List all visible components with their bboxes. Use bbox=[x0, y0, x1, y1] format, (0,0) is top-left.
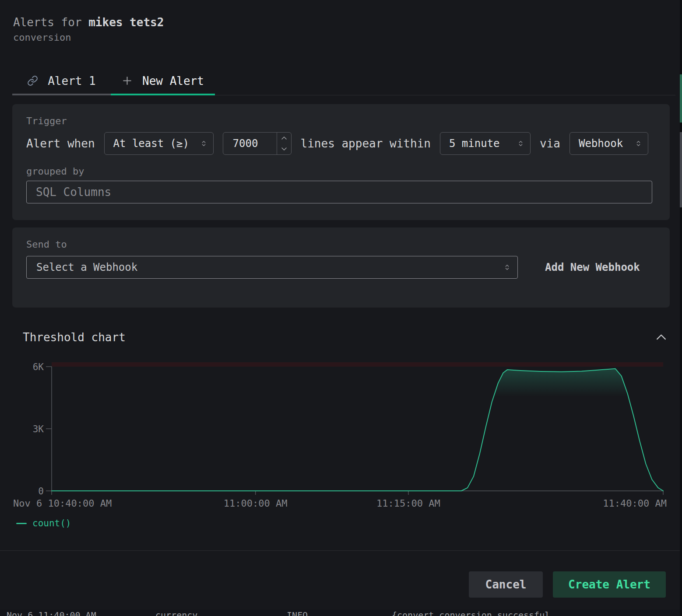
threshold-chart-title: Threshold chart bbox=[23, 331, 126, 344]
legend-label: count() bbox=[32, 518, 71, 528]
modal-header: Alerts for mikes tets2 conversion bbox=[13, 16, 164, 43]
channel-select[interactable]: Webhook bbox=[570, 132, 648, 155]
lines-appear-text: lines appear within bbox=[301, 137, 431, 150]
trigger-panel: Trigger Alert when At least (≥) 7000 bbox=[12, 104, 670, 220]
webhook-select-placeholder: Select a Webhook bbox=[36, 261, 137, 273]
tab-alert-1[interactable]: Alert 1 bbox=[12, 66, 111, 95]
page-title-prefix: Alerts for bbox=[13, 16, 88, 29]
threshold-number-input[interactable]: 7000 bbox=[223, 132, 292, 155]
via-text: via bbox=[540, 137, 560, 150]
collapse-chart-button[interactable] bbox=[655, 332, 667, 343]
grouped-by-label: grouped by bbox=[26, 166, 652, 177]
trigger-section-label: Trigger bbox=[26, 116, 652, 126]
footer-divider bbox=[0, 550, 680, 551]
threshold-stepper bbox=[277, 133, 291, 154]
trigger-row: Alert when At least (≥) 7000 line bbox=[26, 132, 652, 155]
svg-text:3K: 3K bbox=[33, 424, 44, 434]
log-row-message: {convert conversion successful bbox=[392, 610, 550, 616]
tab-alert-1-label: Alert 1 bbox=[48, 74, 96, 88]
group-by-input[interactable] bbox=[26, 181, 652, 203]
page-title: Alerts for mikes tets2 bbox=[13, 16, 164, 29]
chevron-updown-icon bbox=[503, 263, 511, 271]
svg-text:11:15:00 AM: 11:15:00 AM bbox=[376, 498, 440, 508]
background-log-row: Nov 6 11:40:00 AM currency INFO {convert… bbox=[0, 610, 680, 616]
send-to-row: Select a Webhook Add New Webhook bbox=[26, 256, 652, 279]
svg-text:0: 0 bbox=[38, 486, 44, 497]
threshold-chart-header: Threshold chart bbox=[23, 331, 667, 344]
page-scrollbar-thumb[interactable] bbox=[680, 132, 682, 207]
log-row-level: INFO bbox=[287, 610, 308, 616]
chevron-updown-icon bbox=[635, 140, 642, 147]
svg-text:Nov 6 10:40:00 AM: Nov 6 10:40:00 AM bbox=[13, 498, 112, 508]
svg-text:11:00:00 AM: 11:00:00 AM bbox=[224, 498, 288, 508]
add-new-webhook-button[interactable]: Add New Webhook bbox=[545, 261, 640, 273]
window-select[interactable]: 5 minute bbox=[440, 132, 531, 155]
window-select-value: 5 minute bbox=[449, 137, 500, 150]
stepper-down-button[interactable] bbox=[277, 144, 291, 154]
cancel-button[interactable]: Cancel bbox=[469, 571, 543, 598]
background-green-element bbox=[680, 74, 682, 122]
send-to-panel: Send to Select a Webhook Add New Webhook bbox=[12, 228, 670, 308]
plus-icon bbox=[122, 75, 133, 86]
svg-text:11:40:00 AM: 11:40:00 AM bbox=[603, 498, 667, 508]
page-subtitle: conversion bbox=[13, 32, 164, 43]
svg-text:6K: 6K bbox=[33, 362, 44, 372]
channel-select-value: Webhook bbox=[579, 137, 623, 150]
create-alert-button[interactable]: Create Alert bbox=[553, 571, 666, 598]
threshold-number-value: 7000 bbox=[223, 133, 277, 154]
alert-when-text: Alert when bbox=[26, 137, 95, 150]
log-row-attribute: currency bbox=[155, 610, 197, 616]
chart-legend: count() bbox=[16, 518, 71, 528]
condition-select[interactable]: At least (≥) bbox=[104, 132, 214, 155]
link-icon bbox=[27, 75, 38, 86]
threshold-chart-svg: 03K6KNov 6 10:40:00 AM11:00:00 AM11:15:0… bbox=[0, 354, 682, 508]
tab-new-alert[interactable]: New Alert bbox=[111, 66, 215, 95]
chevron-updown-icon bbox=[200, 140, 207, 147]
log-row-timestamp: Nov 6 11:40:00 AM bbox=[7, 610, 96, 616]
page-title-source-name: mikes tets2 bbox=[88, 16, 164, 29]
background-page-edge bbox=[680, 0, 682, 616]
legend-swatch bbox=[16, 523, 27, 524]
send-to-label: Send to bbox=[26, 239, 652, 250]
condition-select-value: At least (≥) bbox=[113, 137, 189, 150]
alert-tabs: Alert 1 New Alert bbox=[12, 66, 675, 95]
chevron-up-icon bbox=[655, 332, 667, 343]
chevron-updown-icon bbox=[517, 140, 524, 147]
alert-modal: Alerts for mikes tets2 conversion Alert … bbox=[0, 0, 680, 616]
webhook-select[interactable]: Select a Webhook bbox=[26, 256, 518, 279]
stepper-up-button[interactable] bbox=[277, 133, 291, 144]
tab-new-alert-label: New Alert bbox=[142, 74, 204, 88]
